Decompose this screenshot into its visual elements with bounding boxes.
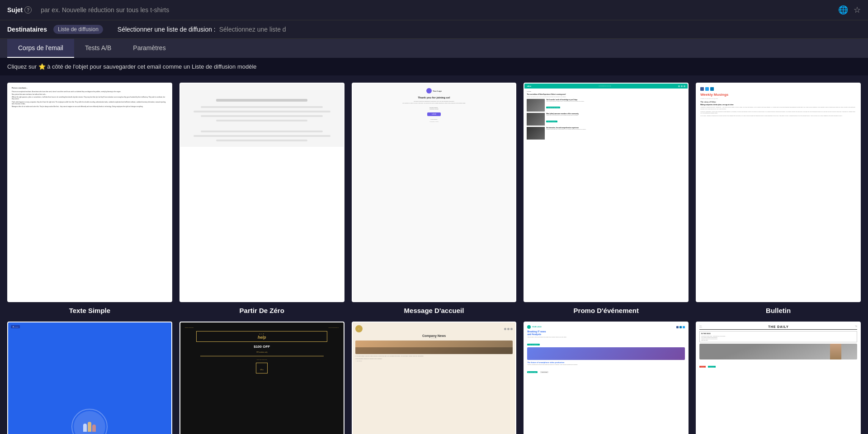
template-preview-company-news[interactable]: CN Company News 28 Jan 2022 — [352, 322, 517, 434]
recipients-label: Destinataires — [7, 26, 48, 33]
template-preview-partir-de-zero[interactable] — [179, 83, 344, 302]
template-training[interactable]: Ad Training Train with — [7, 322, 172, 434]
template-preview-the-daily[interactable]: May2022 THE DAILY Issue#42 IN THIS ISSUE… — [696, 322, 861, 434]
star-icon: ⭐ — [38, 63, 46, 70]
subject-input[interactable] — [37, 5, 833, 15]
template-promo-devenement[interactable]: odoo CONFERENCE ONLINE Hi there! The nex… — [524, 83, 689, 314]
template-preview-bulletin[interactable]: Weekly Musings Musings on the week from … — [696, 83, 861, 302]
tab-parametres[interactable]: Paramètres — [122, 39, 176, 58]
template-name-bulletin: Bulletin — [766, 307, 791, 314]
template-preview-promo-devenement[interactable]: odoo CONFERENCE ONLINE Hi there! The nex… — [524, 83, 689, 302]
template-preview-vip[interactable]: FREE SHIPPING EXCLUSIVE DEALS V.I.P help… — [179, 322, 344, 434]
template-name-message-daccueil: Message D'accueil — [404, 307, 464, 314]
template-name-texte-simple: Texte Simple — [69, 307, 110, 314]
tabs-row: Corps de l'email Tests A/B Paramètres — [0, 39, 868, 58]
template-preview-it-news[interactable]: YOUR LOGO Breaking IT newsand Analysis T… — [524, 322, 689, 434]
header-icons: 🌐 ☆ — [838, 5, 861, 15]
template-it-news[interactable]: YOUR LOGO Breaking IT newsand Analysis T… — [524, 322, 689, 434]
tab-tests[interactable]: Tests A/B — [74, 39, 122, 58]
subject-row: Sujet ? 🌐 ☆ — [0, 0, 868, 20]
select-list-label: Sélectionner une liste de diffusion : — [118, 26, 216, 33]
globe-icon[interactable]: 🌐 — [838, 5, 848, 15]
mailing-list-tag[interactable]: Liste de diffusion — [53, 25, 103, 34]
template-the-daily[interactable]: May2022 THE DAILY Issue#42 IN THIS ISSUE… — [696, 322, 861, 434]
recipients-row: Destinataires Liste de diffusion Sélecti… — [0, 20, 868, 39]
templates-grid: Picture a mechanic... Picture an excepti… — [0, 75, 868, 434]
template-texte-simple[interactable]: Picture a mechanic... Picture an excepti… — [7, 83, 172, 314]
subject-label: Sujet ? — [7, 6, 32, 14]
email-composer-header: Sujet ? 🌐 ☆ Destinataires Liste de diffu… — [0, 0, 868, 58]
notice-bar: Cliquez sur ⭐ à côté de l'objet pour sau… — [0, 58, 868, 75]
subject-help-icon[interactable]: ? — [24, 6, 32, 14]
select-list-value[interactable]: Sélectionnez une liste d — [219, 26, 286, 33]
tab-corps[interactable]: Corps de l'email — [7, 39, 74, 58]
template-preview-message-daccueil[interactable]: Your Logo Thank you for joining us! We w… — [352, 83, 517, 302]
template-partir-de-zero[interactable]: Partir De Zéro — [179, 83, 344, 314]
template-preview-training[interactable]: Ad Training Train with — [7, 322, 172, 434]
select-list-section: Sélectionner une liste de diffusion : Sé… — [118, 26, 286, 33]
template-name-partir-de-zero: Partir De Zéro — [240, 307, 284, 314]
template-preview-texte-simple[interactable]: Picture a mechanic... Picture an excepti… — [7, 83, 172, 302]
favorite-icon[interactable]: ☆ — [854, 5, 861, 15]
template-company-news[interactable]: CN Company News 28 Jan 2022 — [352, 322, 517, 434]
template-bulletin[interactable]: Weekly Musings Musings on the week from … — [696, 83, 861, 314]
template-message-daccueil[interactable]: Your Logo Thank you for joining us! We w… — [352, 83, 517, 314]
template-name-promo-devenement: Promo D'événement — [574, 307, 639, 314]
template-vip[interactable]: FREE SHIPPING EXCLUSIVE DEALS V.I.P help… — [179, 322, 344, 434]
